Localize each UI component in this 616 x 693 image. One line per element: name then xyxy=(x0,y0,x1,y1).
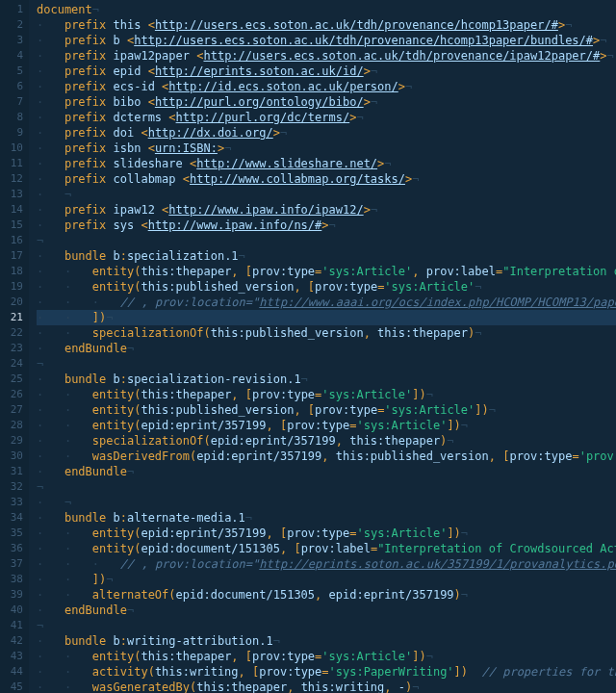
line-number: 16 xyxy=(4,233,23,248)
code-line[interactable]: · prefix epid <http://eprints.soton.ac.u… xyxy=(37,64,616,79)
code-area[interactable]: document¬· prefix this <http://users.ecs… xyxy=(29,0,616,693)
line-number: 5 xyxy=(4,64,23,79)
code-line[interactable]: · · specializationOf(epid:eprint/357199,… xyxy=(37,433,616,449)
line-number: 35 xyxy=(4,526,23,541)
code-line[interactable]: · · entity(epid:eprint/357199, [prov:typ… xyxy=(37,526,616,541)
line-number: 31 xyxy=(4,464,23,479)
code-line[interactable]: · ¬ xyxy=(37,495,616,510)
code-line[interactable]: · · entity(this:thepaper, [prov:type='sy… xyxy=(37,649,616,664)
line-number: 32 xyxy=(4,479,23,495)
code-line[interactable]: · ¬ xyxy=(37,187,616,202)
code-line[interactable]: · · specializationOf(this:published_vers… xyxy=(37,325,616,341)
line-number: 36 xyxy=(4,541,23,556)
line-number: 4 xyxy=(4,48,23,64)
code-line[interactable]: · · · // , prov:location="http://eprints… xyxy=(37,556,616,572)
line-number: 10 xyxy=(4,141,23,156)
line-number: 6 xyxy=(4,79,23,94)
line-number: 29 xyxy=(4,433,23,449)
code-line[interactable]: ¬ xyxy=(37,356,616,372)
code-line[interactable]: · prefix isbn <urn:ISBN:>¬ xyxy=(37,141,616,156)
line-number: 41 xyxy=(4,618,23,633)
code-line[interactable]: · prefix this <http://users.ecs.soton.ac… xyxy=(37,17,616,33)
code-line[interactable]: · · activity(this:writing, [prov:type='s… xyxy=(37,664,616,680)
code-line[interactable]: · endBundle¬ xyxy=(37,464,616,479)
line-number: 15 xyxy=(4,218,23,233)
code-line[interactable]: · · entity(this:thepaper, [prov:type='sy… xyxy=(37,387,616,402)
code-line[interactable]: · endBundle¬ xyxy=(37,603,616,618)
line-number: 8 xyxy=(4,110,23,125)
line-number: 33 xyxy=(4,495,23,510)
code-line[interactable]: · bundle b:alternate-media.1¬ xyxy=(37,510,616,526)
code-line[interactable]: · prefix collabmap <http://www.collabmap… xyxy=(37,171,616,187)
code-line[interactable]: · prefix bibo <http://purl.org/ontology/… xyxy=(37,94,616,110)
line-number: 22 xyxy=(4,325,23,341)
code-line[interactable]: · prefix ecs-id <http://id.ecs.soton.ac.… xyxy=(37,79,616,94)
line-number: 2 xyxy=(4,17,23,33)
code-line[interactable]: · · alternateOf(epid:document/151305, ep… xyxy=(37,587,616,603)
line-number: 38 xyxy=(4,572,23,587)
code-line[interactable]: · bundle b:specialization-revision.1¬ xyxy=(37,372,616,387)
code-line[interactable]: · prefix doi <http://dx.doi.org/>¬ xyxy=(37,125,616,141)
code-line[interactable]: ¬ xyxy=(37,479,616,495)
line-number: 23 xyxy=(4,341,23,356)
code-line[interactable]: · · entity(epid:eprint/357199, [prov:typ… xyxy=(37,418,616,433)
line-number: 3 xyxy=(4,33,23,48)
code-line[interactable]: ¬ xyxy=(37,618,616,633)
code-line[interactable]: · prefix ipaw12 <http://www.ipaw.info/ip… xyxy=(37,202,616,218)
code-line[interactable]: · · ])¬ xyxy=(37,572,616,587)
code-line[interactable]: · prefix b <http://users.ecs.soton.ac.uk… xyxy=(37,33,616,48)
line-number: 40 xyxy=(4,603,23,618)
code-editor[interactable]: 1234567891011121314151617181920212223242… xyxy=(0,0,616,693)
code-line[interactable]: · prefix dcterms <http://purl.org/dc/ter… xyxy=(37,110,616,125)
line-number: 26 xyxy=(4,387,23,402)
line-number: 13 xyxy=(4,187,23,202)
line-number: 34 xyxy=(4,510,23,526)
line-number: 11 xyxy=(4,156,23,171)
code-line[interactable]: · · wasGeneratedBy(this:thepaper, this:w… xyxy=(37,680,616,693)
line-number: 39 xyxy=(4,587,23,603)
code-line[interactable]: · · · // , prov:location="http://www.aaa… xyxy=(37,295,616,310)
line-number: 43 xyxy=(4,649,23,664)
line-number: 42 xyxy=(4,633,23,649)
line-number: 14 xyxy=(4,202,23,218)
line-number: 37 xyxy=(4,556,23,572)
code-line[interactable]: · endBundle¬ xyxy=(37,341,616,356)
line-number: 12 xyxy=(4,171,23,187)
line-number-gutter: 1234567891011121314151617181920212223242… xyxy=(0,0,29,693)
line-number: 20 xyxy=(4,295,23,310)
line-number: 1 xyxy=(4,2,23,17)
line-number: 44 xyxy=(4,664,23,680)
code-line[interactable]: document¬ xyxy=(37,2,616,17)
line-number: 17 xyxy=(4,248,23,264)
code-line[interactable]: · · ])¬ xyxy=(37,310,616,325)
code-line[interactable]: · bundle b:specialization.1¬ xyxy=(37,248,616,264)
code-line[interactable]: · prefix ipaw12paper <http://users.ecs.s… xyxy=(37,48,616,64)
code-line[interactable]: · · entity(this:thepaper, [prov:type='sy… xyxy=(37,264,616,279)
line-number: 7 xyxy=(4,94,23,110)
code-line[interactable]: · · entity(this:published_version, [prov… xyxy=(37,279,616,295)
code-line[interactable]: · prefix sys <http://www.ipaw.info/ns/#>… xyxy=(37,218,616,233)
line-number: 21 xyxy=(4,310,23,325)
code-line[interactable]: · · entity(this:published_version, [prov… xyxy=(37,402,616,418)
line-number: 9 xyxy=(4,125,23,141)
code-line[interactable]: · · wasDerivedFrom(epid:eprint/357199, t… xyxy=(37,449,616,464)
code-line[interactable]: · · entity(epid:document/151305, [prov:l… xyxy=(37,541,616,556)
line-number: 25 xyxy=(4,372,23,387)
code-line[interactable]: · prefix slideshare <http://www.slidesha… xyxy=(37,156,616,171)
line-number: 27 xyxy=(4,402,23,418)
code-line[interactable]: · bundle b:writing-attribution.1¬ xyxy=(37,633,616,649)
line-number: 19 xyxy=(4,279,23,295)
line-number: 24 xyxy=(4,356,23,372)
code-line[interactable]: ¬ xyxy=(37,233,616,248)
line-number: 30 xyxy=(4,449,23,464)
line-number: 28 xyxy=(4,418,23,433)
line-number: 18 xyxy=(4,264,23,279)
line-number: 45 xyxy=(4,680,23,693)
